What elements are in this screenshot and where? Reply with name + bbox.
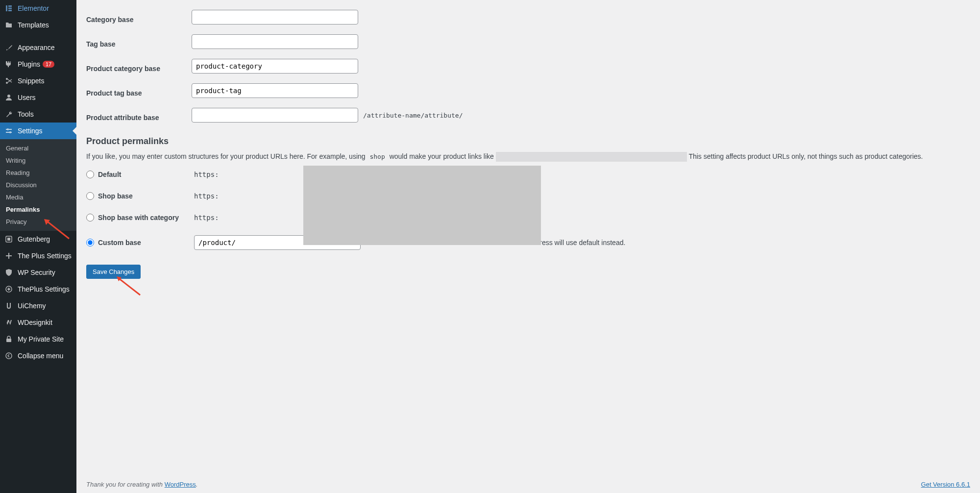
version-link[interactable]: Get Version 6.6.1 bbox=[921, 481, 970, 488]
wdesign-icon bbox=[4, 318, 14, 327]
menu-label: The Plus Settings bbox=[18, 252, 72, 260]
menu-label: Elementor bbox=[18, 4, 49, 12]
user-icon bbox=[4, 93, 14, 102]
radio-custom[interactable] bbox=[86, 239, 94, 246]
collapse-icon bbox=[4, 351, 14, 361]
sidebar-item-settings[interactable]: Settings bbox=[0, 123, 76, 139]
sidebar-item-gutenberg[interactable]: Gutenberg bbox=[0, 231, 76, 247]
product-attribute-base-label: Product attribute base bbox=[86, 108, 192, 122]
product-tag-base-input[interactable] bbox=[192, 83, 358, 98]
settings-submenu: General Writing Reading Discussion Media… bbox=[0, 139, 76, 231]
product-tag-base-label: Product tag base bbox=[86, 83, 192, 97]
product-permalinks-heading: Product permalinks bbox=[86, 136, 970, 147]
sidebar-item-plugins[interactable]: Plugins 17 bbox=[0, 56, 76, 73]
sidebar-item-elementor[interactable]: Elementor bbox=[0, 0, 76, 17]
radio-custom-label: Custom base bbox=[98, 239, 194, 246]
svg-point-7 bbox=[7, 128, 9, 130]
submenu-reading[interactable]: Reading bbox=[0, 167, 76, 179]
tag-base-input[interactable] bbox=[192, 34, 358, 49]
svg-point-13 bbox=[6, 353, 12, 359]
product-category-base-input[interactable] bbox=[192, 59, 358, 74]
shop-code: shop bbox=[367, 151, 387, 162]
sidebar-item-snippets[interactable]: Snippets bbox=[0, 73, 76, 89]
plugins-badge: 17 bbox=[43, 61, 54, 68]
svg-point-5 bbox=[6, 82, 8, 84]
product-attribute-base-input[interactable] bbox=[192, 108, 358, 123]
svg-point-4 bbox=[6, 78, 8, 80]
sidebar-item-wpsecurity[interactable]: WP Security bbox=[0, 264, 76, 281]
submenu-media[interactable]: Media bbox=[0, 191, 76, 203]
sidebar-item-collapse[interactable]: Collapse menu bbox=[0, 347, 76, 364]
radio-default[interactable] bbox=[86, 171, 94, 178]
wordpress-link[interactable]: WordPress bbox=[165, 481, 196, 488]
sidebar-item-tools[interactable]: Tools bbox=[0, 106, 76, 123]
redacted-urls-overlay bbox=[303, 166, 541, 245]
sidebar-item-theplus2[interactable]: ThePlus Settings bbox=[0, 281, 76, 297]
sidebar-item-appearance[interactable]: Appearance bbox=[0, 39, 76, 56]
submenu-writing[interactable]: Writing bbox=[0, 154, 76, 167]
sidebar-item-privatesite[interactable]: My Private Site bbox=[0, 331, 76, 347]
sidebar-item-templates[interactable]: Templates bbox=[0, 17, 76, 33]
admin-sidebar: Elementor Templates Appearance Plugins 1… bbox=[0, 0, 76, 493]
shield-icon bbox=[4, 268, 14, 277]
radio-shopcategory-url: https: bbox=[194, 214, 219, 222]
menu-label: UiChemy bbox=[18, 302, 46, 310]
submenu-discussion[interactable]: Discussion bbox=[0, 179, 76, 191]
svg-rect-1 bbox=[8, 5, 12, 7]
radio-default-label: Default bbox=[98, 171, 194, 178]
svg-rect-2 bbox=[8, 8, 12, 9]
menu-label: ThePlus Settings bbox=[18, 285, 70, 293]
folder-icon bbox=[4, 20, 14, 30]
save-changes-button[interactable]: Save Changes bbox=[86, 265, 141, 279]
sidebar-item-users[interactable]: Users bbox=[0, 89, 76, 106]
wrench-icon bbox=[4, 109, 14, 119]
radio-shopbase[interactable] bbox=[86, 192, 94, 200]
svg-rect-3 bbox=[8, 10, 12, 11]
lock-icon bbox=[4, 334, 14, 344]
plus2-icon bbox=[4, 284, 14, 294]
elementor-icon bbox=[4, 3, 14, 13]
annotation-arrow-save bbox=[116, 275, 145, 297]
sidebar-item-wdesignkit[interactable]: WDesignkit bbox=[0, 314, 76, 331]
menu-label: WDesignkit bbox=[18, 319, 52, 326]
menu-label: My Private Site bbox=[18, 335, 64, 343]
block-icon bbox=[4, 234, 14, 244]
menu-label: WP Security bbox=[18, 269, 55, 276]
sidebar-item-theplus[interactable]: The Plus Settings bbox=[0, 247, 76, 264]
svg-rect-0 bbox=[6, 5, 7, 11]
svg-rect-12 bbox=[6, 339, 11, 342]
menu-label: Tools bbox=[18, 110, 34, 118]
radio-shopbase-url: https: bbox=[194, 192, 219, 200]
svg-rect-10 bbox=[7, 238, 10, 241]
menu-label: Templates bbox=[18, 21, 49, 29]
plus-icon bbox=[4, 251, 14, 261]
radio-shopbase-label: Shop base bbox=[98, 192, 194, 200]
brush-icon bbox=[4, 43, 14, 52]
footer-thanks-prefix: Thank you for creating with bbox=[86, 481, 165, 488]
submenu-privacy[interactable]: Privacy bbox=[0, 216, 76, 228]
radio-default-url: https: bbox=[194, 171, 219, 178]
submenu-general[interactable]: General bbox=[0, 142, 76, 154]
category-base-input[interactable] bbox=[192, 10, 358, 25]
radio-shopcategory[interactable] bbox=[86, 214, 94, 222]
menu-label: Users bbox=[18, 94, 36, 101]
footer-thanks-suffix: . bbox=[196, 481, 198, 488]
category-base-label: Category base bbox=[86, 10, 192, 24]
menu-label: Settings bbox=[18, 127, 43, 135]
scissors-icon bbox=[4, 76, 14, 86]
radio-shopcategory-label: Shop base with category bbox=[98, 214, 194, 222]
menu-label: Gutenberg bbox=[18, 235, 50, 243]
menu-label: Snippets bbox=[18, 77, 44, 85]
svg-point-6 bbox=[7, 95, 10, 98]
menu-label: Collapse menu bbox=[18, 352, 63, 360]
menu-label: Plugins bbox=[18, 60, 40, 68]
admin-footer: Thank you for creating with WordPress. G… bbox=[76, 476, 980, 493]
plug-icon bbox=[4, 59, 14, 69]
product-category-base-label: Product category base bbox=[86, 59, 192, 73]
main-content: Category base Tag base Product category … bbox=[76, 0, 980, 493]
submenu-permalinks[interactable]: Permalinks bbox=[0, 203, 76, 216]
redacted-url bbox=[496, 152, 687, 162]
sliders-icon bbox=[4, 126, 14, 136]
sidebar-item-uichemy[interactable]: UiChemy bbox=[0, 297, 76, 314]
svg-point-8 bbox=[9, 131, 11, 133]
